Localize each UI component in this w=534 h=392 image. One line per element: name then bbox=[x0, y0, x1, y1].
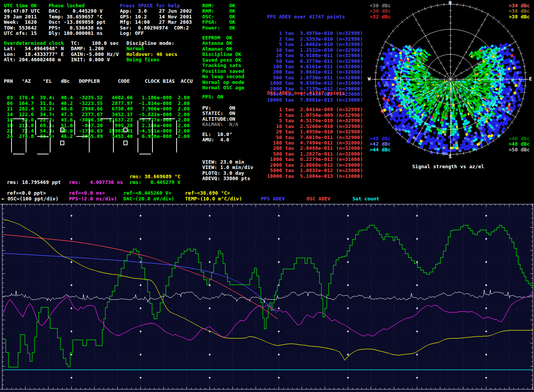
osc-adev-row: 10 tau 2.5266e-010 (n=32980) bbox=[267, 124, 363, 129]
discipline-mode-block: Discipline mode:NormalHoldover: 46 secsD… bbox=[126, 41, 177, 63]
mask-block: EL: 10.0°AMU: 4.0 bbox=[202, 132, 232, 143]
pps-adev-row: 50 tau 6.3774e-011 (n=32900) bbox=[267, 59, 363, 64]
view-settings-block: VIEW: 23.0 minVIEW: 1.0 min/divPLOTQ: 3.… bbox=[202, 159, 253, 182]
plot-legend-pps-adev: PPS ADEV bbox=[261, 196, 285, 202]
version-line: GPS: 10.2 14 Nov 2001 bbox=[120, 14, 192, 20]
plot-legend-osc-adev: OSC ADEV bbox=[306, 196, 331, 202]
loop-line: GAIN:-5.000 Hz/V bbox=[71, 52, 119, 57]
hw-status-line: FPGA: OK bbox=[202, 20, 235, 25]
version-line: Ser: 0.80296974 COM:2 bbox=[120, 25, 192, 31]
ref-osc-readout: ref=<0.0 ppt> bbox=[7, 190, 46, 196]
compass-south-label: S bbox=[449, 154, 452, 159]
gps-status-line: Normal OSC age bbox=[202, 85, 244, 90]
dbc-legend-entry: >50 dBc bbox=[509, 147, 530, 153]
view-line: VIEW: 23.0 min bbox=[202, 159, 253, 165]
dbc-legend-entry: >36 dBc bbox=[509, 8, 530, 14]
discipline-line: Doing fixes bbox=[126, 57, 177, 62]
osc-adev-rows: 1 tau 2.0414e-009 (n=32998) 2 tau 1.0754… bbox=[267, 107, 363, 179]
discipline-line: Holdover: 46 secs bbox=[126, 52, 177, 57]
dbc-legend-entry: >40 dBc bbox=[370, 136, 391, 141]
position-block: Overdetermined clockLat: 54.4964948° NLo… bbox=[4, 41, 64, 63]
fix-modes-block: PV: ONSTATIC: ONALTITUDE:ONKALMAN: N/A bbox=[202, 105, 238, 128]
osc-adev-row: 50 tau 7.6019e-011 (n=32900) bbox=[267, 135, 363, 140]
utc-line: UTC ofs: 15 bbox=[4, 31, 40, 36]
dbc-legend-entry: <30 dBc bbox=[370, 3, 391, 8]
loop-params-block: TC: 100.0 secDAMP: 1.200GAIN:-5.000 Hz/V… bbox=[71, 41, 119, 63]
ref-temp-readout: ref~<38.690 °C> bbox=[185, 190, 230, 196]
version-line: Mfg: 14:00 27 Mar 2003 bbox=[120, 20, 192, 25]
mask-line: EL: 10.0° bbox=[202, 132, 232, 137]
loop-line: DAMP: 1.200 bbox=[71, 46, 119, 51]
compass-north-label: N bbox=[449, 0, 452, 6]
gps-status-line: Position saved bbox=[202, 69, 244, 74]
phase-line: Osc↑ -13.869858 ppt bbox=[49, 20, 106, 25]
pps-adev-row: 2 tau 2.5353e-010 (n=32996) bbox=[267, 36, 363, 42]
position-line: Alt: 204.46002480 m bbox=[4, 57, 64, 62]
dbc-legend-bottom-left: >40 dBc>42 dBc>44 dBc bbox=[370, 136, 391, 153]
dbc-legend-entry: >48 dBc bbox=[509, 141, 530, 147]
osc-adev-row: 2 tau 1.0754e-009 (n=32996) bbox=[267, 113, 363, 118]
osc-scale-label: ← OSC=(100 ppt/div) bbox=[2, 196, 59, 202]
satellite-row: 03 176.4 39.4↓ 48.4 -3235.52 4602.66 1.1… bbox=[4, 95, 193, 100]
dbc-legend-entry: >46 dBc bbox=[509, 136, 530, 141]
gps-status-line: Discipline OK bbox=[202, 52, 244, 57]
digital-clock bbox=[8, 116, 184, 158]
pps-state-line: PPS: ON bbox=[202, 94, 223, 100]
utc-line: Week: 1620 bbox=[4, 20, 40, 25]
dbc-legend-entry: >32 dBc bbox=[370, 14, 391, 20]
dbc-legend-entry: >44 dBc bbox=[370, 147, 391, 153]
pps-adev-row: 200 tau 3.0641e-011 (n=32600) bbox=[267, 69, 363, 75]
utc-line: TOW: 553642 bbox=[4, 25, 40, 31]
pps-adev-row: 20 tau 9.9108e-011 (n=32960) bbox=[267, 53, 363, 58]
phase-line: DAC: 0.445280 V bbox=[49, 8, 106, 14]
dbc-legend-entry: >42 dBc bbox=[370, 141, 391, 147]
dbc-legend-bottom-right: >46 dBc>48 dBc>50 dBc bbox=[509, 136, 530, 153]
osc-adev-row: 5 tau 4.5174e-010 (n=32990) bbox=[267, 118, 363, 123]
osc-adev-row: 10000 tau 5.1004e-013 (n=13000) bbox=[267, 174, 363, 179]
phase-line: Phase locked bbox=[49, 3, 106, 8]
temp-scale-label: TEMP~(10.0 m°C/div) bbox=[185, 196, 242, 202]
hardware-status-block: ROM: OKRAM: OKOSC: OKFPGA: OKPower: OK bbox=[202, 3, 235, 31]
position-line: Overdetermined clock bbox=[4, 41, 64, 46]
view-line: VIEW: 1.0 min/div bbox=[202, 165, 253, 170]
phase-lock-block: Phase lockedDAC: 0.445280 VTemp: 38.6596… bbox=[49, 3, 106, 36]
utc-line: UTC time OK bbox=[4, 3, 40, 8]
loop-line: INIT: 0.000 V bbox=[71, 57, 119, 62]
satellite-row: 11 282.4 33.2↑ 48.8 2948.66 6730.49 7.96… bbox=[4, 106, 193, 112]
pps-adev-row: 10 tau 1.2532e-010 (n=32980) bbox=[267, 48, 363, 53]
osc-adev-row: 2000 tau 2.8868e-012 (n=29000) bbox=[267, 162, 363, 168]
version-line: App: 3.0 27 Jun 2002 bbox=[120, 8, 192, 14]
loop-line: TC: 100.0 sec bbox=[71, 41, 119, 46]
fix-mode-line: PV: ON bbox=[202, 105, 238, 111]
pps-adev-header: PPS ADEV over 41747 points bbox=[267, 14, 363, 20]
discipline-line: Discipline mode: bbox=[126, 41, 177, 46]
gps-status-line: Normal op mode bbox=[202, 80, 244, 85]
mask-line: AMU: 4.0 bbox=[202, 137, 232, 143]
osc-adev-row: 100 tau 4.7494e-011 (n=32800) bbox=[267, 140, 363, 146]
phase-line: Dly: 100.000001 ns bbox=[49, 31, 106, 36]
osc-adev-header: OSC ADEV over 41747 points bbox=[267, 90, 363, 96]
gps-status-line: Saved posn OK bbox=[202, 57, 244, 63]
osc-adev-row: 1 tau 2.0414e-009 (n=32998) bbox=[267, 107, 363, 112]
dbc-legend-entry: >38 dBc bbox=[509, 14, 530, 20]
polar-caption: Signal strength vs az/el bbox=[412, 164, 484, 169]
hw-status-line: RAM: OK bbox=[202, 8, 235, 14]
compass-east-label: E bbox=[529, 76, 532, 82]
dbc-legend-entry: >30 dBc bbox=[370, 8, 391, 14]
osc-adev-row: 200 tau 2.8488e-011 (n=32600) bbox=[267, 146, 363, 151]
osc-adev-row: 500 tau 1.2827e-011 (n=32000) bbox=[267, 151, 363, 157]
satellite-table-header: PRN °AZ °EL dBc DOPPLER CODE CLOCK BIAS … bbox=[4, 79, 193, 84]
gps-status-line: Tracking sats bbox=[202, 63, 244, 68]
fix-mode-line: KALMAN: N/A bbox=[202, 122, 238, 127]
utc-line: 29 Jan 2011 bbox=[4, 14, 40, 20]
gps-status-line: No leap second bbox=[202, 74, 244, 79]
hw-status-line: OSC: OK bbox=[202, 14, 235, 20]
fix-mode-line: STATIC: ON bbox=[202, 111, 238, 116]
help-version-block: Press SPACE for helpApp: 3.0 27 Jun 2002… bbox=[120, 3, 192, 36]
rms-pps-readout: rms: 4.007736 ns bbox=[69, 180, 123, 185]
phase-line: PPS↑ 0.536438 ns bbox=[49, 25, 106, 31]
pps-state-block: PPS: ON bbox=[202, 94, 223, 100]
osc-adev-table: OSC ADEV over 41747 points 1 tau 2.0414e… bbox=[267, 79, 363, 185]
view-line: ADEVQ: 33000 pts bbox=[202, 176, 253, 181]
hw-status-line: ROM: OK bbox=[202, 3, 235, 8]
